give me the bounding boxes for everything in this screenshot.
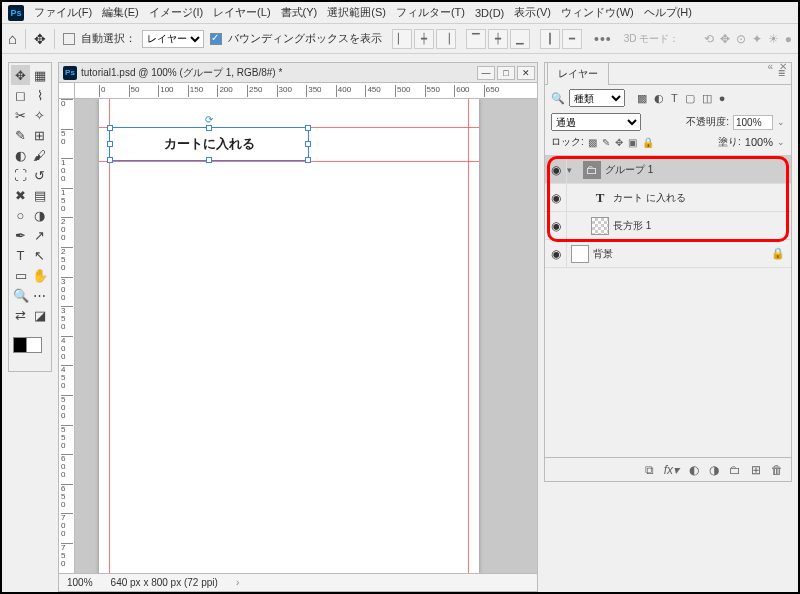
zoom-level[interactable]: 100% (67, 577, 93, 588)
opacity-value[interactable]: 100% (733, 115, 773, 130)
doc-dimensions[interactable]: 640 px x 800 px (72 ppi) (111, 577, 218, 588)
light-icon[interactable]: ☀ (768, 32, 779, 46)
visibility-toggle-icon[interactable]: ◉ (545, 156, 567, 183)
lock-transparency-icon[interactable]: ▩ (588, 137, 597, 148)
direct-select-tool[interactable]: ↖ (30, 245, 49, 265)
layer-name[interactable]: 長方形 1 (613, 219, 791, 233)
transform-bounding-box[interactable]: ⟳ カートに入れる (109, 127, 309, 161)
history-brush-tool[interactable]: ↺ (30, 165, 49, 185)
resize-handle-se[interactable] (305, 157, 311, 163)
eraser-tool[interactable]: ✖ (11, 185, 30, 205)
menu-edit[interactable]: 編集(E) (102, 5, 139, 20)
visibility-toggle-icon[interactable]: ◉ (545, 240, 567, 267)
menu-file[interactable]: ファイル(F) (34, 5, 92, 20)
default-colors-icon[interactable]: ◪ (30, 305, 49, 325)
pan-icon[interactable]: ✥ (720, 32, 730, 46)
new-layer-icon[interactable]: ⊞ (751, 463, 761, 477)
layer-fx-icon[interactable]: fx▾ (664, 463, 679, 477)
color-switch-icon[interactable]: ⇄ (11, 305, 30, 325)
link-layers-icon[interactable]: ⧉ (645, 463, 654, 477)
resize-handle-n[interactable] (206, 125, 212, 131)
guide-horizontal[interactable] (99, 161, 479, 162)
layer-name[interactable]: カート に入れる (613, 191, 791, 205)
status-more-icon[interactable]: › (236, 577, 239, 588)
layer-row-group[interactable]: ◉ ▾ 🗀 グループ 1 (545, 156, 791, 184)
shape-tool[interactable]: ▭ (11, 265, 30, 285)
lock-image-icon[interactable]: ✎ (602, 137, 610, 148)
more-icon[interactable]: ••• (594, 31, 612, 47)
filter-adjust-icon[interactable]: ◐ (654, 92, 664, 105)
guide-vertical[interactable] (468, 99, 469, 575)
lasso-tool[interactable]: ⌇ (30, 85, 49, 105)
align-center-v-icon[interactable]: ┿ (488, 29, 508, 49)
window-close[interactable]: ✕ (517, 66, 535, 80)
background-swatch[interactable] (26, 337, 42, 353)
fill-chevron-icon[interactable]: ⌄ (777, 137, 785, 147)
filter-toggle-icon[interactable]: ● (719, 92, 726, 105)
layer-row-shape[interactable]: ◉ 長方形 1 (545, 212, 791, 240)
blend-mode-select[interactable]: 通過 (551, 113, 641, 131)
stamp-tool[interactable]: ⛶ (11, 165, 30, 185)
hand-tool[interactable]: ✋ (30, 265, 49, 285)
distribute-h-icon[interactable]: ┃ (540, 29, 560, 49)
guide-vertical[interactable] (109, 99, 110, 575)
orbit-icon[interactable]: ⟲ (704, 32, 714, 46)
lock-all-icon[interactable]: 🔒 (642, 137, 654, 148)
frame-tool[interactable]: ⊞ (30, 125, 49, 145)
align-left-icon[interactable]: ▏ (392, 29, 412, 49)
search-icon[interactable]: 🔍 (551, 92, 565, 105)
filter-shape-icon[interactable]: ▢ (685, 92, 695, 105)
heal-tool[interactable]: ◐ (11, 145, 30, 165)
rec-icon[interactable]: ● (785, 32, 792, 46)
align-bottom-icon[interactable]: ▁ (510, 29, 530, 49)
edit-toolbar[interactable]: ⋯ (30, 285, 49, 305)
collapse-icon[interactable]: ▾ (567, 165, 579, 175)
menu-view[interactable]: 表示(V) (514, 5, 551, 20)
wand-tool[interactable]: ✧ (30, 105, 49, 125)
zoom3d-icon[interactable]: ⊙ (736, 32, 746, 46)
filter-smart-icon[interactable]: ◫ (702, 92, 712, 105)
crop-tool[interactable]: ✂ (11, 105, 30, 125)
gradient-tool[interactable]: ▤ (30, 185, 49, 205)
type-tool[interactable]: T (11, 245, 30, 265)
resize-handle-nw[interactable] (107, 125, 113, 131)
rotate-handle-icon[interactable]: ⟳ (205, 114, 213, 125)
blur-tool[interactable]: ○ (11, 205, 30, 225)
color-swatches[interactable] (11, 329, 49, 357)
delete-layer-icon[interactable]: 🗑 (771, 463, 783, 477)
canvas-background[interactable]: ⟳ カートに入れる (75, 99, 537, 573)
menu-type[interactable]: 書式(Y) (281, 5, 318, 20)
lock-icon[interactable]: 🔒 (771, 247, 785, 260)
ruler-vertical[interactable]: 05 01 0 01 5 02 0 02 5 03 0 03 5 04 0 04… (59, 99, 75, 573)
cam-icon[interactable]: ✦ (752, 32, 762, 46)
pen-tool[interactable]: ✒ (11, 225, 30, 245)
filter-kind-select[interactable]: 種類 (569, 89, 625, 107)
path-tool[interactable]: ↗ (30, 225, 49, 245)
filter-pixel-icon[interactable]: ▩ (637, 92, 647, 105)
bounding-box-checkbox[interactable] (210, 33, 222, 45)
layer-name[interactable]: グループ 1 (605, 163, 791, 177)
window-maximize[interactable]: □ (497, 66, 515, 80)
layer-row-text[interactable]: ◉ T カート に入れる (545, 184, 791, 212)
move-tool[interactable]: ✥ (11, 65, 30, 85)
opacity-chevron-icon[interactable]: ⌄ (777, 117, 785, 127)
menu-filter[interactable]: フィルター(T) (396, 5, 465, 20)
dodge-tool[interactable]: ◑ (30, 205, 49, 225)
auto-select-checkbox[interactable] (63, 33, 75, 45)
new-group-icon[interactable]: 🗀 (729, 463, 741, 477)
auto-select-target[interactable]: レイヤー (142, 30, 204, 48)
adjustment-layer-icon[interactable]: ◑ (709, 463, 719, 477)
resize-handle-sw[interactable] (107, 157, 113, 163)
menu-3d[interactable]: 3D(D) (475, 7, 504, 19)
align-center-h-icon[interactable]: ┿ (414, 29, 434, 49)
filter-type-icon[interactable]: T (671, 92, 678, 105)
resize-handle-ne[interactable] (305, 125, 311, 131)
fill-value[interactable]: 100% (745, 136, 773, 148)
layer-row-background[interactable]: ◉ 背景 🔒 (545, 240, 791, 268)
distribute-v-icon[interactable]: ━ (562, 29, 582, 49)
visibility-toggle-icon[interactable]: ◉ (545, 212, 567, 239)
layers-tab[interactable]: レイヤー (547, 62, 609, 85)
menu-layer[interactable]: レイヤー(L) (213, 5, 270, 20)
lock-position-icon[interactable]: ✥ (615, 137, 623, 148)
lock-artboard-icon[interactable]: ▣ (628, 137, 637, 148)
